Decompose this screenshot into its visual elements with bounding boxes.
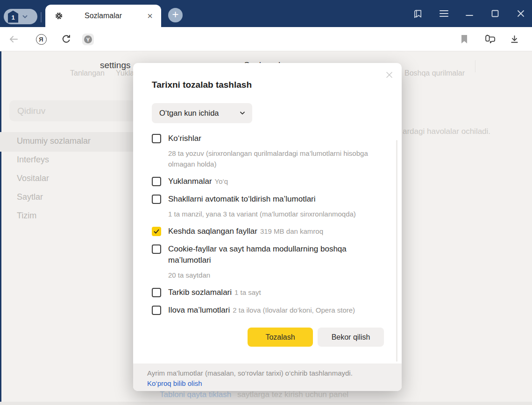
checkbox-shakllar[interactable] (152, 195, 161, 204)
cancel-button[interactable]: Bekor qilish (318, 328, 384, 347)
chevron-down-icon (240, 112, 245, 115)
list-item: Tarkib sozlamalari1 ta sayt (152, 287, 385, 298)
tab-boshqa-qurilmalar[interactable]: Boshqa qurilmalar (404, 69, 465, 77)
list-item: Ilova ma’lumotlari2 ta ilova (Ilovalar d… (152, 305, 385, 316)
checkbox-korishlar[interactable] (152, 134, 161, 143)
gear-icon (55, 12, 63, 20)
item-inline-note: 1 ta sayt (234, 288, 261, 296)
list-item: YuklanmalarYo‘q (152, 176, 385, 187)
clear-history-dialog: Tarixni tozalab tashlash O‘tgan kun ichi… (133, 63, 402, 391)
download-icon[interactable] (508, 33, 520, 45)
checkbox-kesh[interactable] (152, 227, 161, 236)
refresh-icon[interactable] (60, 33, 72, 45)
sidebar-item-interfeys[interactable]: Interfeys (17, 155, 49, 165)
item-label[interactable]: Shakllarni avtomatik to‘ldirish ma’lumot… (168, 194, 356, 205)
page-bottom-strip (0, 402, 532, 405)
dialog-close-icon[interactable] (384, 70, 394, 80)
item-label[interactable]: Ilova ma’lumotlari2 ta ilova (Ilovalar d… (168, 305, 355, 316)
search-input[interactable] (9, 100, 148, 121)
item-label[interactable]: Tarkib sozlamalari1 ta sayt (168, 287, 261, 298)
list-item: Cookie-fayllar va sayt hamda modullarnin… (152, 244, 385, 280)
dialog-title: Tarixni tozalab tashlash (152, 80, 252, 90)
protect-y-glyph: Y (84, 35, 92, 43)
tab-sozlamalar[interactable]: Sozlamalar × (45, 5, 161, 27)
clear-button[interactable]: Tozalash (248, 328, 313, 347)
window-close-icon[interactable] (514, 7, 527, 20)
new-tab-button[interactable]: + (168, 8, 183, 22)
checkbox-yuklanmalar[interactable] (152, 177, 161, 186)
item-label[interactable]: Ko‘rishlar (168, 133, 370, 144)
clear-items-list: Ko‘rishlar 28 ta yozuv (sinxronlangan qu… (152, 133, 385, 322)
tab-tanlangan[interactable]: Tanlangan (70, 69, 105, 77)
sidebar-item-saytlar[interactable]: Saytlar (17, 192, 43, 202)
sidebar-item-umumiy[interactable]: Umumiy sozlamalar (17, 136, 91, 146)
list-item: Shakllarni avtomatik to‘ldirish ma’lumot… (152, 194, 385, 219)
tab-title: Sozlamalar (64, 12, 142, 20)
item-subtext: 20 ta saytdan (168, 270, 370, 280)
period-select[interactable]: O‘tgan kun ichida (152, 103, 252, 123)
maximize-icon[interactable] (489, 7, 502, 20)
side-panel-icon[interactable] (484, 33, 496, 45)
dialog-footer: Ayrim ma’lumotlar (masalan, so‘rovlar ta… (133, 363, 402, 391)
learn-more-link[interactable]: Ko‘proq bilib olish (147, 378, 202, 389)
sidebar-item-tizim[interactable]: Tizim (17, 211, 36, 221)
checkbox-tarkib[interactable] (152, 288, 161, 297)
item-label[interactable]: YuklanmalarYo‘q (168, 176, 228, 187)
item-inline-note: Yo‘q (215, 177, 228, 185)
dialog-scrollbar[interactable] (396, 140, 397, 362)
tab-group-counter[interactable]: 1 (4, 9, 37, 24)
tableau-reset-link[interactable]: Tabloni qayta tiklash (160, 390, 231, 399)
protect-badge-icon[interactable]: Y (82, 34, 94, 45)
menu-icon[interactable] (437, 7, 450, 20)
browser-window: 1 Sozlamalar × + (0, 0, 532, 405)
sidebar-item-vositalar[interactable]: Vositalar (17, 174, 49, 183)
checkbox-ilova[interactable] (152, 306, 161, 315)
tab-close-icon[interactable]: × (144, 10, 156, 22)
yandex-logo-icon[interactable]: Я (35, 33, 47, 45)
checkbox-cookie[interactable] (152, 244, 161, 254)
list-item: Keshda saqlangan fayllar319 MB dan kamro… (152, 226, 385, 237)
list-item: Ko‘rishlar 28 ta yozuv (sinxronlangan qu… (152, 133, 385, 169)
back-icon[interactable] (7, 33, 20, 45)
item-subtext: 28 ta yozuv (sinxronlangan qurilmalardag… (168, 148, 370, 169)
item-subtext: 1 ta manzil, yana 3 ta variant (ma’lumot… (168, 209, 356, 219)
item-label[interactable]: Keshda saqlangan fayllar319 MB dan kamro… (168, 226, 323, 237)
minimize-icon[interactable] (463, 7, 476, 20)
item-inline-note: 2 ta ilova (Ilovalar do‘koni, Opera stor… (233, 306, 355, 314)
toolbar: Я Y settings Sozlamalar (0, 27, 532, 51)
chevron-down-icon[interactable] (22, 15, 28, 19)
settings-search[interactable] (9, 100, 148, 121)
titlebar: 1 Sozlamalar × + (0, 0, 532, 27)
item-inline-note: 319 MB dan kamroq (260, 227, 323, 235)
bookmark-icon[interactable] (458, 33, 470, 45)
window-edge-strip (0, 51, 1, 405)
tableau-reset-description: saytlarga tez kirish uchun panel (237, 390, 348, 399)
yandex-logo-glyph: Я (36, 34, 47, 45)
footer-note: Ayrim ma’lumotlar (masalan, so‘rovlar ta… (147, 368, 388, 378)
background-partial-text: ardagi havolalar ochiladi. (403, 127, 490, 136)
titlebar-divider (41, 12, 42, 22)
tab-count-badge: 1 (7, 11, 19, 23)
toolbar-divider (475, 60, 475, 72)
item-label[interactable]: Cookie-fayllar va sayt hamda modullarnin… (168, 244, 384, 266)
period-selected-value: O‘tgan kun ichida (159, 109, 219, 118)
collections-icon[interactable] (411, 7, 424, 20)
